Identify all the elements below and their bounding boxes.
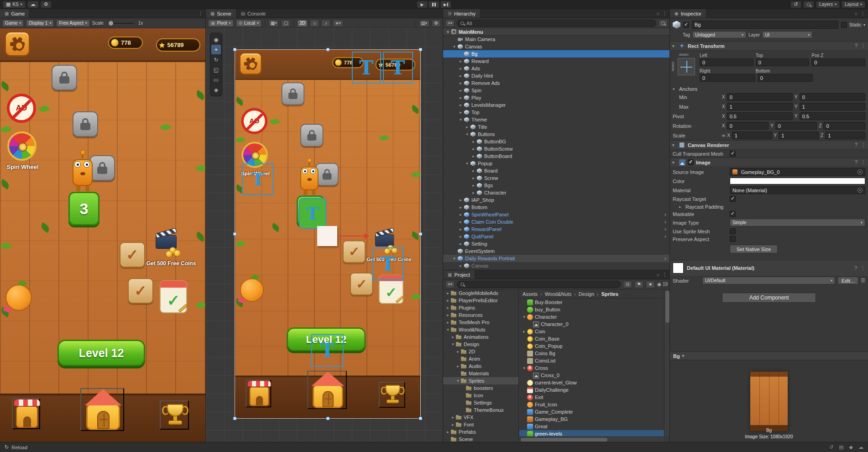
project-file-row[interactable]: Character_0	[519, 321, 664, 328]
scale-z-field[interactable]	[825, 131, 865, 139]
fruit-bonus-icon[interactable]	[5, 281, 35, 313]
ks-menu-button[interactable]: ▦KS▾	[3, 1, 26, 8]
hierarchy-row[interactable]: Board	[443, 167, 670, 174]
hierarchy-row[interactable]: Character	[443, 189, 670, 196]
expand-arrow-icon[interactable]	[450, 342, 456, 347]
preserve-aspect-checkbox[interactable]	[730, 236, 736, 242]
help-icon[interactable]: ?	[854, 265, 857, 271]
text-gizmo-level-button[interactable]: T	[311, 334, 344, 367]
settings-gear-button[interactable]	[239, 52, 262, 75]
text-gizmo-stars[interactable]: T	[383, 52, 413, 84]
hierarchy-row[interactable]: Main Camera	[443, 36, 670, 43]
tab-hierarchy[interactable]: ☰Hierarchy	[443, 9, 481, 18]
expand-arrow-icon[interactable]	[521, 315, 527, 319]
effects-dropdown[interactable]: ∗▾	[333, 20, 343, 27]
hierarchy-row[interactable]: MainMenu	[443, 28, 670, 36]
foldout-arrow-icon[interactable]: ▾	[672, 160, 677, 165]
project-folder-row[interactable]: 2D	[443, 348, 518, 355]
expand-arrow-icon[interactable]	[445, 305, 451, 310]
project-folder-row[interactable]: Resources	[443, 311, 518, 319]
expand-arrow-icon[interactable]	[458, 227, 464, 231]
project-menu-icon[interactable]: ⋮	[662, 272, 667, 278]
component-menu-icon[interactable]: ⋮	[861, 159, 866, 165]
snap-button[interactable]: ▢	[281, 20, 290, 27]
settings-gear-button[interactable]	[5, 31, 30, 57]
hierarchy-row[interactable]: ButtonBoard	[443, 152, 670, 160]
rect-handle[interactable]	[326, 417, 329, 420]
scale-slider-knob[interactable]	[109, 21, 113, 26]
material-menu-icon[interactable]: ☰	[861, 278, 865, 284]
expand-arrow-icon[interactable]	[455, 378, 461, 383]
material-field[interactable]: None (Material)	[730, 186, 865, 194]
rect-tool-button[interactable]: ▭	[211, 75, 221, 84]
expand-arrow-icon[interactable]	[445, 430, 451, 434]
settings-button[interactable]: ⚙	[41, 1, 52, 8]
shop-button[interactable]	[246, 380, 271, 408]
project-folder-row[interactable]: Anim	[443, 355, 518, 363]
project-folder-row[interactable]: ThemeBonus	[443, 406, 518, 414]
hierarchy-row[interactable]: Spin	[443, 87, 670, 94]
component-menu-icon[interactable]: ⋮	[861, 142, 866, 148]
expand-arrow-icon[interactable]	[445, 313, 451, 317]
raycast-padding-foldout[interactable]: ▸Raycast Padding	[670, 203, 868, 210]
home-button[interactable]	[80, 388, 124, 431]
project-folder-row[interactable]: PlayerPrefsEditor	[443, 297, 518, 304]
active-checkbox[interactable]	[683, 22, 689, 28]
expand-arrow-icon[interactable]	[458, 74, 464, 78]
expand-arrow-icon[interactable]	[458, 117, 464, 122]
expand-arrow-icon[interactable]	[458, 242, 464, 246]
expand-arrow-icon[interactable]	[445, 298, 451, 303]
component-menu-icon[interactable]: ⋮	[860, 265, 865, 271]
pivot-x-field[interactable]	[727, 112, 793, 120]
text-gizmo-coins[interactable]: T	[352, 52, 381, 84]
rect-handle[interactable]	[419, 48, 422, 51]
tab-console[interactable]: ▤Console	[236, 9, 271, 18]
grid-visibility-button[interactable]: ▦▾	[268, 20, 279, 27]
project-folder-row[interactable]: Plugins	[443, 304, 518, 311]
status-message[interactable]: Reload	[11, 445, 27, 450]
expand-arrow-icon[interactable]	[445, 320, 451, 325]
expand-arrow-icon[interactable]	[458, 95, 464, 100]
anchors-min-x-field[interactable]	[727, 93, 793, 101]
project-folder-row[interactable]: Wood&Nuts	[443, 326, 518, 333]
anchor-preset-button[interactable]	[678, 58, 695, 75]
prefab-open-chevron[interactable]	[663, 211, 668, 218]
scale-tool-button[interactable]: ◱	[211, 65, 221, 74]
scrollbar-thumb[interactable]	[521, 438, 607, 441]
scene-viewport[interactable]: 778 ★56789 AD Spin Wheel 3 ✓ ✓ Get 500 F…	[206, 28, 443, 442]
hierarchy-row[interactable]: Bg	[443, 50, 670, 58]
handle-rotation-dropdown[interactable]: ⊕Local▾	[236, 20, 261, 27]
anchors-max-x-field[interactable]	[727, 103, 793, 110]
project-folder-row[interactable]: Icon	[443, 392, 518, 399]
expand-arrow-icon[interactable]	[458, 234, 464, 239]
pivot-y-field[interactable]	[800, 112, 865, 120]
expand-arrow-icon[interactable]	[458, 198, 464, 202]
expand-arrow-icon[interactable]	[471, 183, 476, 188]
project-file-row[interactable]: Character	[519, 313, 664, 321]
hierarchy-row[interactable]: Daily Rewards Portrait	[443, 255, 670, 262]
set-native-size-button[interactable]: Set Native Size	[730, 245, 778, 253]
fruit-bonus-icon[interactable]	[239, 275, 266, 303]
cull-checkbox[interactable]	[730, 151, 736, 157]
inspector-menu-icon[interactable]: ⋮	[860, 11, 865, 16]
move-axis-arrow[interactable]	[338, 236, 365, 237]
layer-dropdown[interactable]: UI▾	[762, 31, 812, 38]
breadcrumb-item[interactable]: Design	[579, 291, 601, 297]
stars-counter[interactable]: ★56789	[156, 38, 200, 52]
tab-inspector[interactable]: ◉Inspector	[670, 9, 706, 18]
scale-slider[interactable]	[108, 23, 134, 24]
shop-button[interactable]	[12, 398, 40, 429]
hierarchy-row[interactable]: Remove Ads	[443, 79, 670, 87]
scale-x-field[interactable]	[732, 131, 772, 139]
search-by-label-button[interactable]: ⚑	[634, 281, 643, 288]
expand-arrow-icon[interactable]	[464, 132, 470, 137]
console-log-icon[interactable]: ▤	[839, 444, 843, 450]
aspect-dropdown[interactable]: Free Aspect▾	[56, 20, 89, 27]
expand-arrow-icon[interactable]	[451, 44, 457, 49]
expand-arrow-icon[interactable]	[471, 190, 476, 195]
rect-handle[interactable]	[419, 232, 422, 236]
shader-dropdown[interactable]: UI/Default▾	[702, 277, 835, 284]
collab-icon[interactable]: ☁	[858, 444, 863, 450]
view-tool-button[interactable]: ◉	[211, 35, 221, 44]
project-file-row[interactable]: Coins Bg	[519, 350, 664, 357]
